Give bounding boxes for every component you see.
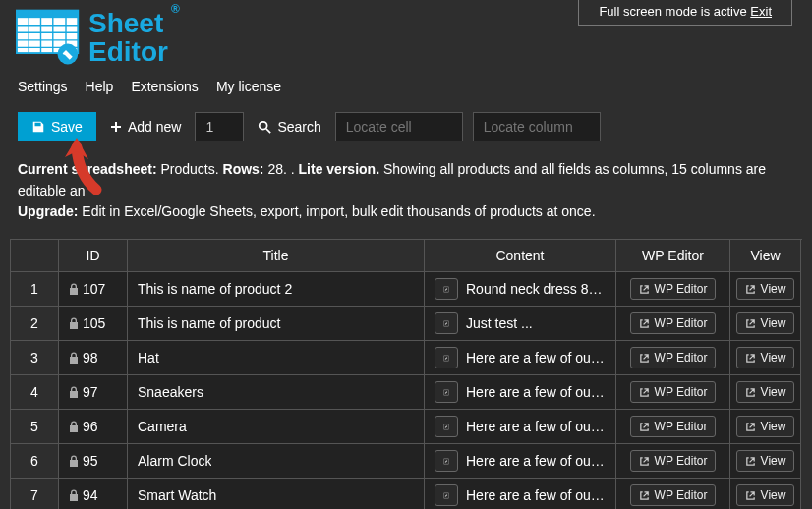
cell-content[interactable]: Here are a few of our ... [425,375,616,410]
cell-title[interactable]: Camera [128,410,425,444]
cell-wp-editor: WP Editor [616,375,730,410]
col-view[interactable]: View [730,240,801,272]
col-content[interactable]: Content [425,240,616,272]
cell-id[interactable]: 96 [59,410,128,444]
view-button[interactable]: View [736,278,795,300]
cell-id[interactable]: 107 [59,272,128,307]
view-button[interactable]: View [736,484,795,506]
wp-editor-button[interactable]: WP Editor [630,312,717,334]
svg-line-12 [266,129,270,133]
exit-fullscreen-link[interactable]: Exit [750,4,772,19]
table-row: 2105This is name of productJust test ...… [10,307,802,341]
col-id[interactable]: ID [59,240,128,272]
lock-icon [69,317,79,329]
cell-view: View [730,410,801,444]
view-button[interactable]: View [736,416,795,437]
brand-text: Sheet® Editor [88,9,168,67]
cell-content[interactable]: Here are a few of our ... [425,479,616,509]
edit-content-button[interactable] [435,312,458,334]
cell-wp-editor: WP Editor [616,307,730,341]
cell-content[interactable]: Here are a few of our ... [425,341,616,375]
cell-id[interactable]: 98 [59,341,128,375]
fullscreen-notice: Full screen mode is active Exit [578,0,792,26]
edit-icon [443,318,449,329]
external-link-icon [745,284,756,295]
row-number: 1 [10,272,59,307]
cell-id[interactable]: 97 [59,375,128,410]
view-button[interactable]: View [736,450,795,472]
edit-content-button[interactable] [435,278,458,300]
edit-content-button[interactable] [435,484,458,506]
cell-title[interactable]: This is name of product [128,307,425,341]
external-link-icon [639,422,650,432]
external-link-icon [745,456,756,467]
cell-wp-editor: WP Editor [616,444,730,479]
external-link-icon [639,387,650,398]
col-title[interactable]: Title [128,240,425,272]
content-preview: Here are a few of our ... [466,453,606,469]
cell-id[interactable]: 95 [59,444,128,479]
save-icon [31,120,45,134]
svg-rect-1 [17,11,78,19]
wp-editor-button[interactable]: WP Editor [630,278,717,300]
edit-content-button[interactable] [435,416,458,437]
menu-settings[interactable]: Settings [18,79,68,94]
menu-license[interactable]: My license [216,79,281,94]
cell-content[interactable]: Here are a few of our ... [425,444,616,479]
content-preview: Here are a few of our ... [466,350,606,366]
cell-id[interactable]: 94 [59,479,128,509]
view-button[interactable]: View [736,381,795,403]
row-number: 4 [10,375,59,410]
cell-title[interactable]: Smart Watch [128,479,425,509]
view-button[interactable]: View [736,347,795,368]
external-link-icon [639,284,650,295]
external-link-icon [639,353,650,364]
wp-editor-button[interactable]: WP Editor [630,484,717,506]
cell-title[interactable]: Snaeakers [128,375,425,410]
cell-title[interactable]: This is name of product 2 [128,272,425,307]
external-link-icon [745,353,756,364]
menu-extensions[interactable]: Extensions [131,79,198,94]
row-number: 3 [10,341,59,375]
save-button[interactable]: Save [18,112,96,141]
cell-content[interactable]: Here are a few of our ... [425,410,616,444]
cell-title[interactable]: Hat [128,341,425,375]
edit-icon [443,387,449,398]
cell-view: View [730,272,801,307]
external-link-icon [639,490,650,501]
cell-content[interactable]: Just test ... [425,307,616,341]
table-row: 695Alarm ClockHere are a few of our ...W… [10,444,802,479]
row-number: 6 [10,444,59,479]
edit-content-button[interactable] [435,347,458,368]
add-new-button[interactable]: Add new [106,113,185,141]
svg-point-11 [260,122,267,130]
status-info: Current spreadsheet: Products. Rows: 28.… [0,157,812,235]
add-qty-input[interactable] [195,112,244,141]
edit-content-button[interactable] [435,381,458,403]
wp-editor-button[interactable]: WP Editor [630,416,717,437]
content-preview: Just test ... [466,315,533,331]
cell-content[interactable]: Round neck dress 85c... [425,272,616,307]
row-number: 2 [10,307,59,341]
locate-column-input[interactable] [473,112,601,141]
edit-icon [443,353,449,364]
table-row: 398HatHere are a few of our ...WP Editor… [10,341,802,375]
view-button[interactable]: View [736,312,795,334]
locate-cell-input[interactable] [335,112,463,141]
edit-content-button[interactable] [435,450,458,472]
cell-view: View [730,479,801,509]
col-wp-editor[interactable]: WP Editor [616,240,730,272]
wp-editor-button[interactable]: WP Editor [630,347,717,368]
wp-editor-button[interactable]: WP Editor [630,450,717,472]
content-preview: Here are a few of our ... [466,384,606,400]
cell-id[interactable]: 105 [59,307,128,341]
lock-icon [69,489,79,501]
cell-view: View [730,444,801,479]
external-link-icon [639,318,650,329]
table-row: 596CameraHere are a few of our ...WP Edi… [10,410,802,444]
menu-help[interactable]: Help [86,79,114,94]
row-number: 5 [10,410,59,444]
wp-editor-button[interactable]: WP Editor [630,381,717,403]
search-button[interactable]: Search [254,113,324,141]
cell-title[interactable]: Alarm Clock [128,444,425,479]
